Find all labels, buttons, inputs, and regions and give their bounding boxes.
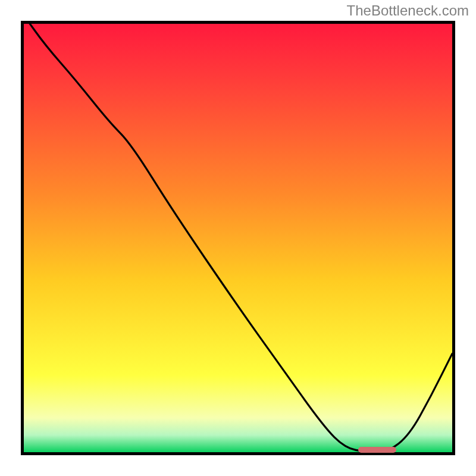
chart-canvas	[24, 24, 452, 452]
optimal-range-marker	[358, 447, 397, 453]
chart-frame: TheBottleneck.com	[0, 0, 476, 476]
gradient-background	[24, 24, 452, 452]
attribution-text: TheBottleneck.com	[347, 2, 469, 19]
